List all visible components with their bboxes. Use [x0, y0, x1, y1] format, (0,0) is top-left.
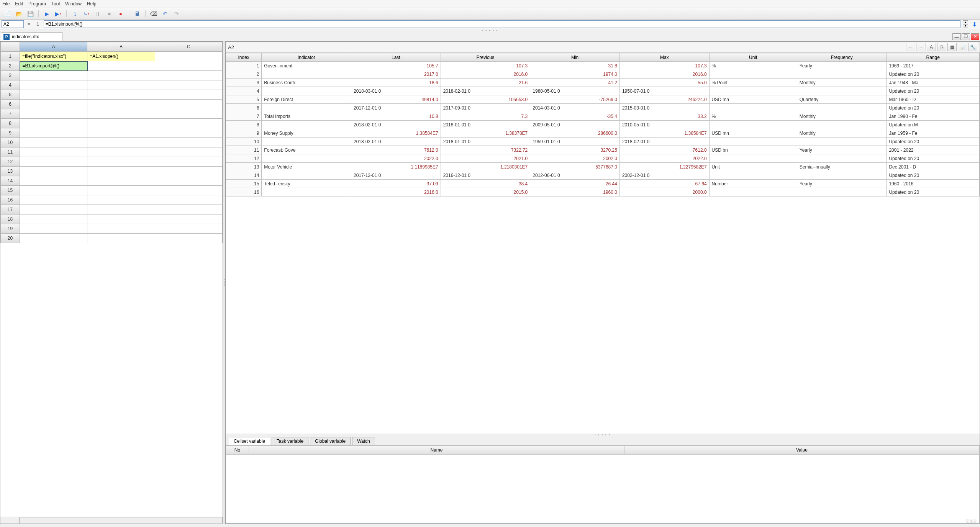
row-header[interactable]: 5	[1, 90, 20, 100]
table-row[interactable]: 7Total Imports10.87.3-35.433.2%MonthlyJa…	[226, 112, 980, 121]
cell-C5[interactable]	[155, 90, 222, 100]
copy-icon[interactable]: ⎘	[937, 43, 946, 51]
row-header[interactable]: 11	[1, 147, 20, 157]
table-row[interactable]: 82018-02-01 02018-01-01 02009-05-01 0201…	[226, 121, 980, 129]
run-icon[interactable]: ▶	[43, 10, 51, 18]
minimize-button[interactable]: —	[952, 33, 961, 40]
close-button[interactable]: ✕	[971, 33, 979, 40]
menu-file[interactable]: File	[2, 1, 10, 7]
calc-icon[interactable]: 🖩	[133, 10, 141, 18]
expand-formula-icon[interactable]: ⬇	[970, 21, 978, 28]
var-tab[interactable]: Task variable	[272, 437, 308, 445]
var-tab[interactable]: Cellset variable	[229, 437, 270, 445]
row-header[interactable]: 7	[1, 109, 20, 119]
cell-B8[interactable]	[87, 119, 155, 128]
data-header[interactable]: Unit	[709, 53, 797, 62]
cell-B7[interactable]	[87, 109, 155, 119]
data-header[interactable]: Indicator	[262, 53, 351, 62]
col-header-B[interactable]: B	[87, 42, 155, 52]
cell-B5[interactable]	[87, 90, 155, 100]
cell-A9[interactable]	[20, 128, 87, 138]
cell-A14[interactable]	[20, 176, 87, 186]
cell-B10[interactable]	[87, 138, 155, 147]
cell-reference-input[interactable]	[2, 20, 24, 28]
cell-B14[interactable]	[87, 176, 155, 186]
cell-A3[interactable]	[20, 71, 87, 80]
cell-A20[interactable]	[20, 234, 87, 243]
cell-B13[interactable]	[87, 167, 155, 176]
cell-A5[interactable]	[20, 90, 87, 100]
chart-icon[interactable]: 📊	[958, 43, 967, 51]
col-header-C[interactable]: C	[155, 42, 222, 52]
table-row[interactable]: 13Motor Vehicle1.1189985E71.2180301E7537…	[226, 163, 980, 171]
cell-B9[interactable]	[87, 128, 155, 138]
cell-C11[interactable]	[155, 147, 222, 157]
cell-A18[interactable]	[20, 214, 87, 224]
table-row[interactable]: 142017-12-01 02016-12-01 02012-06-01 020…	[226, 171, 980, 180]
save-icon[interactable]: 💾	[26, 10, 34, 18]
cell-B6[interactable]	[87, 100, 155, 109]
cell-C13[interactable]	[155, 167, 222, 176]
cell-C6[interactable]	[155, 100, 222, 109]
menu-program[interactable]: Program	[28, 1, 46, 7]
erase-icon[interactable]: ⌫	[149, 10, 158, 18]
row-header[interactable]: 14	[1, 176, 20, 186]
cell-B16[interactable]	[87, 195, 155, 205]
nav-back-icon[interactable]: ←	[906, 43, 915, 51]
cell-C20[interactable]	[155, 234, 222, 243]
table-row[interactable]: 5Foreign Direct49814.0105653.0-75269.024…	[226, 95, 980, 104]
data-header[interactable]: Previous	[441, 53, 530, 62]
menu-help[interactable]: Help	[87, 1, 97, 7]
table-row[interactable]: 9Money Supply1.38584E71.38378E7286600.01…	[226, 129, 980, 137]
cell-A1[interactable]: =file("Indicators.xlsx")	[20, 52, 87, 61]
cell-B4[interactable]	[87, 80, 155, 90]
table-row[interactable]: 62017-12-01 02017-09-01 02014-03-01 0201…	[226, 104, 980, 112]
grid-view-icon[interactable]: ▦	[947, 43, 957, 51]
data-header[interactable]: Frequency	[797, 53, 887, 62]
row-header[interactable]: 10	[1, 138, 20, 147]
row-header[interactable]: 13	[1, 167, 20, 176]
table-row[interactable]: 42018-03-01 02018-02-01 01980-05-01 0195…	[226, 87, 980, 95]
row-header[interactable]: 8	[1, 119, 20, 128]
row-header[interactable]: 9	[1, 128, 20, 138]
undo-icon[interactable]: ↶	[161, 10, 169, 18]
data-header[interactable]: Index	[226, 53, 262, 62]
cell-B2[interactable]	[87, 61, 155, 71]
var-tab[interactable]: Global variable	[310, 437, 351, 445]
cell-A13[interactable]	[20, 167, 87, 176]
cell-C16[interactable]	[155, 195, 222, 205]
open-icon[interactable]: 📂	[15, 10, 23, 18]
cell-A4[interactable]	[20, 80, 87, 90]
data-header[interactable]: Range	[887, 53, 980, 62]
table-row[interactable]: 15Teled--ensity37.0938.426.4467.64Number…	[226, 180, 980, 188]
cell-A10[interactable]	[20, 138, 87, 147]
row-header[interactable]: 1	[1, 52, 20, 61]
step-into-icon[interactable]: ⤷●	[82, 10, 90, 18]
row-header[interactable]: 19	[1, 224, 20, 234]
row-header[interactable]: 16	[1, 195, 20, 205]
table-row[interactable]: 102018-02-01 02018-01-01 01959-01-01 020…	[226, 137, 980, 146]
cell-grid[interactable]: ABC1=file("Indicators.xlsx")=A1.xlsopen(…	[0, 42, 223, 243]
menu-edit[interactable]: Edit	[15, 1, 23, 7]
menu-window[interactable]: Window	[65, 1, 82, 7]
col-header-A[interactable]: A	[20, 42, 87, 52]
data-header[interactable]: Last	[351, 53, 441, 62]
document-tab[interactable]: P indicators.dfx	[1, 32, 62, 41]
nav-forward-icon[interactable]: →	[916, 43, 926, 51]
restore-button[interactable]: ❐	[962, 33, 970, 40]
redo-icon[interactable]: ↷	[172, 10, 181, 18]
cell-A16[interactable]	[20, 195, 87, 205]
cell-B12[interactable]	[87, 157, 155, 167]
formula-input[interactable]	[44, 20, 960, 28]
stop-icon[interactable]: ■	[105, 10, 113, 18]
cell-B17[interactable]	[87, 205, 155, 214]
cell-B15[interactable]	[87, 186, 155, 195]
cell-C10[interactable]	[155, 138, 222, 147]
settings-icon[interactable]: 🔧	[968, 43, 977, 51]
cell-A6[interactable]	[20, 100, 87, 109]
cell-C12[interactable]	[155, 157, 222, 167]
table-row[interactable]: 162016.02015.01960.02000.0Updated on 20	[226, 188, 980, 196]
result-data-table[interactable]: IndexIndicatorLastPreviousMinMaxUnitFreq…	[226, 53, 980, 196]
row-header[interactable]: 17	[1, 205, 20, 214]
cell-B1[interactable]: =A1.xlsopen()	[87, 52, 155, 61]
